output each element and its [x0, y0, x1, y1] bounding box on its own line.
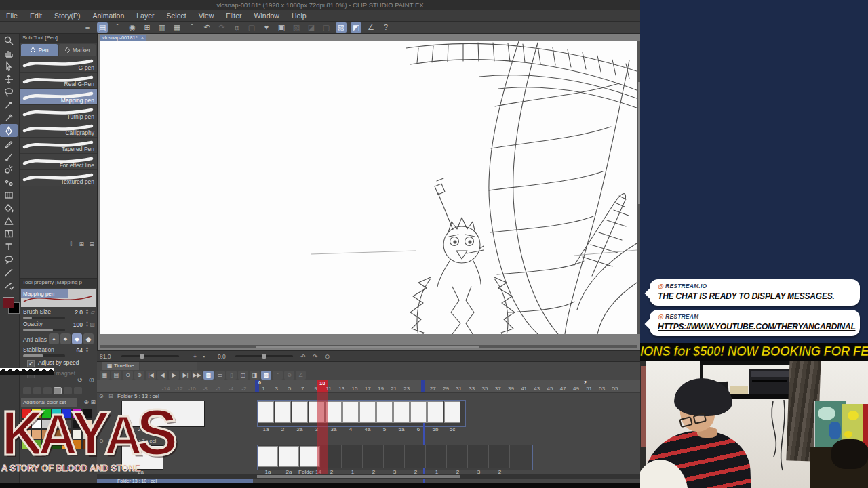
cel-label[interactable]: 4a — [365, 426, 371, 432]
save-icon[interactable]: ⊞ — [142, 22, 153, 33]
animation-cel[interactable] — [326, 401, 342, 423]
menu-item[interactable]: Animation — [87, 12, 131, 20]
slope-dim-icon[interactable]: ∠ — [296, 371, 306, 380]
delete-subtool-icon[interactable]: ⊟ — [89, 241, 94, 247]
cel-label[interactable]: 2a — [297, 426, 303, 432]
undo-icon[interactable]: ↶ — [201, 22, 212, 33]
empty-frame-cell[interactable] — [342, 445, 363, 468]
zoom-slider[interactable] — [121, 355, 179, 357]
approx-color-tab[interactable] — [74, 387, 82, 394]
intermediate-color-tab[interactable] — [64, 387, 72, 394]
subtool-tab[interactable]: Marker — [59, 44, 96, 56]
empty-frame-cell[interactable] — [363, 445, 384, 468]
menu-item[interactable]: Window — [248, 12, 285, 20]
zoom-tool-icon[interactable] — [0, 34, 18, 47]
brush-item[interactable]: Real G-Pen — [20, 73, 97, 89]
foreground-color-swatch[interactable] — [3, 297, 14, 308]
redo-icon[interactable]: ↷ — [216, 22, 227, 33]
menu-item[interactable]: Layer — [130, 12, 160, 20]
brush-item[interactable]: Mapping pen — [20, 89, 97, 105]
menu-item[interactable]: Filter — [220, 12, 248, 20]
cel-label[interactable]: 5b — [433, 426, 439, 432]
brush-item[interactable]: G-pen — [20, 56, 97, 73]
opacity-slider[interactable] — [23, 329, 65, 331]
color-slider-tab[interactable] — [33, 387, 41, 394]
rotate-right-icon[interactable]: ↷ — [313, 353, 317, 360]
balloon-tool-icon[interactable] — [0, 253, 18, 266]
antialias-weak-button[interactable]: ◆ — [60, 333, 71, 344]
range-end-marker[interactable] — [421, 380, 425, 392]
favorite-icon[interactable]: ♥ — [261, 22, 272, 33]
zoom-out-icon[interactable]: ⊖ — [123, 371, 133, 380]
decoration-tool-icon[interactable] — [0, 176, 18, 188]
detail-settings-icon[interactable]: ⊕ — [89, 376, 94, 384]
animation-cel[interactable] — [393, 401, 410, 423]
mask-dim-icon[interactable]: ◪ — [306, 22, 317, 33]
settings-icon[interactable]: ☼ — [231, 22, 242, 33]
more-dim-icon[interactable]: ˇ — [273, 371, 283, 380]
next-frame-icon[interactable]: ▶| — [180, 371, 191, 380]
drawing-canvas[interactable] — [100, 41, 637, 334]
brush-size-slider[interactable] — [23, 317, 65, 319]
brush-item[interactable]: For effect line — [20, 154, 97, 170]
snap-ruler-icon[interactable]: ▨ — [336, 22, 347, 33]
antialias-strong-button[interactable]: ◆ — [83, 333, 94, 344]
batch-cel-icon[interactable]: ◨ — [250, 371, 260, 380]
pencil-tool-icon[interactable] — [0, 137, 18, 150]
cel-label[interactable]: 3a — [331, 426, 337, 432]
menu-item[interactable]: Story(P) — [48, 12, 87, 20]
rotate-left-icon[interactable]: ↶ — [300, 353, 305, 360]
subtool-tab[interactable]: Pen — [21, 44, 58, 56]
brush-size-unit-icon[interactable]: ▱ — [91, 309, 95, 315]
color-circle-tab[interactable] — [43, 387, 52, 394]
brush-item[interactable]: Calligraphy — [20, 121, 97, 138]
prev-frame-icon[interactable]: ◀ — [157, 371, 167, 380]
menu-item[interactable]: Help — [285, 12, 313, 20]
open-icon[interactable]: ▥ — [157, 22, 167, 33]
disable-dim-icon[interactable]: ⊘ — [284, 371, 294, 380]
line-tool-icon[interactable] — [0, 266, 18, 279]
loop-icon[interactable]: ▩ — [261, 371, 271, 380]
brush-size-row[interactable]: Brush Size 2.0 ▲▼ ▱ — [22, 308, 95, 320]
cel-label[interactable]: 5c — [450, 426, 455, 432]
tab-timeline-secondary[interactable] — [140, 362, 197, 370]
slope-snap-icon[interactable]: ∠ — [366, 22, 376, 33]
empty-frame-cell[interactable] — [489, 445, 510, 468]
cel-label[interactable]: 1a — [263, 426, 269, 432]
animation-cel[interactable] — [279, 446, 299, 467]
frame-border-tool-icon[interactable] — [0, 227, 18, 240]
opacity-row[interactable]: Opacity 100 ▲▼ ▨ — [22, 321, 95, 332]
track-header[interactable]: ⊙ ⊞ Folder 4 : 7 : cel — [97, 437, 640, 445]
new-dropdown-icon[interactable]: ˇ — [112, 22, 123, 33]
new-cel-icon[interactable]: ▭ — [215, 371, 225, 380]
antialias-none-button[interactable]: ◆ — [49, 333, 59, 344]
timeline-settings-icon[interactable]: ▤ — [111, 371, 121, 380]
animation-cel[interactable] — [359, 401, 376, 423]
cel-label[interactable]: 2 — [281, 426, 284, 432]
folder-expand-icon[interactable]: ⊞ — [108, 392, 113, 400]
first-frame-icon[interactable]: |◀ — [146, 371, 156, 380]
opacity-option-icon[interactable]: ▨ — [90, 321, 95, 327]
color-swatches[interactable] — [2, 297, 18, 314]
frame-dim-icon[interactable]: ▢ — [321, 22, 332, 33]
new-canvas-icon[interactable]: ▤ — [97, 22, 108, 33]
adjust-by-speed-checkbox[interactable]: ✓ Adjust by speed — [22, 359, 95, 369]
gradient-tool-icon[interactable] — [0, 188, 18, 201]
reset-settings-icon[interactable]: ↺ — [77, 376, 82, 384]
zoom-in-icon[interactable]: + — [193, 353, 197, 360]
lasso-tool-icon[interactable] — [0, 85, 18, 98]
brush-item[interactable]: Tapered Pen — [20, 138, 97, 154]
main-menu-icon[interactable]: ≡ — [82, 22, 93, 33]
menu-item[interactable]: Select — [161, 12, 193, 20]
animation-cel[interactable] — [275, 401, 291, 423]
checkbox-icon[interactable]: ✓ — [27, 360, 35, 367]
export-icon[interactable]: ▦ — [172, 22, 182, 33]
animation-cel[interactable] — [410, 401, 427, 423]
animation-cel[interactable] — [376, 401, 393, 423]
empty-frame-cell[interactable] — [426, 445, 447, 468]
animation-cel[interactable] — [292, 401, 308, 423]
cel-label[interactable]: 5 — [383, 426, 386, 432]
pen-tool-icon[interactable] — [0, 124, 18, 137]
playhead-column[interactable] — [317, 392, 328, 479]
color-set-tab[interactable] — [54, 387, 62, 394]
